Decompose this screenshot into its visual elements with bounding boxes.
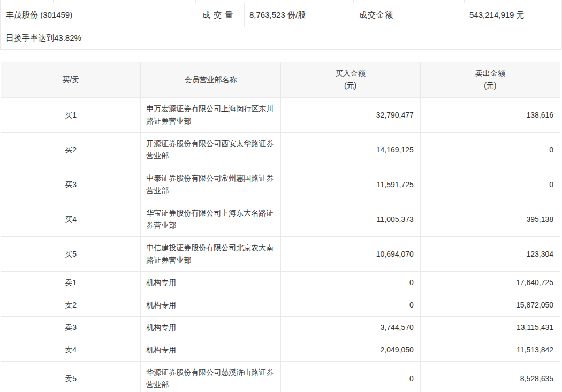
side-rank-cell: 买2: [1, 133, 141, 167]
buy-amount-cell: 0: [280, 272, 420, 294]
sell-amount-cell: 15,872,050: [420, 294, 560, 317]
buy-amount-cell: 14,169,125: [280, 133, 420, 167]
sliver-cell: [354, 0, 465, 3]
branch-name-cell: 机构专用: [141, 294, 280, 317]
sell-amount-cell: 138,616: [420, 98, 560, 133]
sell-amount-cell: 17,640,725: [420, 272, 560, 294]
table-row: 买1 申万宏源证券有限公司上海闵行区东川路证券营业部 32,790,477 13…: [1, 98, 560, 133]
sell-amount-cell: 0: [420, 133, 560, 167]
side-rank-cell: 买5: [1, 237, 141, 272]
table-row: 卖3 机构专用 3,744,570 13,115,431: [1, 317, 560, 339]
side-rank-cell: 卖4: [1, 339, 141, 362]
table-header-row: 买/卖 会员营业部名称 买入金额 (元) 卖出金额 (元): [1, 62, 560, 98]
buy-amount-cell: 10,694,070: [280, 237, 420, 272]
buy-amount-cell: 0: [280, 362, 420, 392]
sliver-cell: [196, 0, 247, 3]
buy-amount-cell: 11,005,373: [280, 202, 420, 237]
branch-name-cell: 中泰证券股份有限公司常州惠国路证券营业部: [141, 167, 280, 202]
volume-value: 8,763,523 份/股: [245, 3, 353, 27]
turnover-note: 日换手率达到43.82%: [0, 27, 562, 50]
col-header-side: 买/卖: [1, 62, 141, 98]
side-rank-cell: 卖1: [1, 272, 141, 294]
col-header-sell-amount: 卖出金额 (元): [420, 62, 560, 98]
branch-name-cell: 机构专用: [141, 272, 280, 294]
amount-value: 543,214,919 元: [465, 3, 561, 27]
buy-amount-cell: 11,591,725: [280, 167, 420, 202]
sliver-cell: [247, 0, 354, 3]
col-header-buy-amount: 买入金额 (元): [280, 62, 420, 98]
page: 丰茂股份 (301459) 成 交 量 8,763,523 份/股 成交金额 5…: [0, 0, 562, 392]
branch-name-cell: 机构专用: [141, 317, 280, 339]
sell-amount-cell: 11,513,842: [420, 339, 560, 362]
side-rank-cell: 卖3: [1, 317, 141, 339]
branch-name-cell: 华源证券股份有限公司慈溪浒山路证券营业部: [141, 362, 280, 392]
side-rank-cell: 买1: [1, 98, 141, 133]
sliver-cell: [54, 0, 196, 3]
side-rank-cell: 买3: [1, 167, 141, 202]
stock-info-bar: 丰茂股份 (301459) 成 交 量 8,763,523 份/股 成交金额 5…: [0, 3, 562, 27]
branch-name-cell: 中信建投证券股份有限公司北京农大南路证券营业部: [141, 237, 280, 272]
sell-amount-cell: 8,528,635: [420, 362, 560, 392]
sliver-cell: [465, 0, 561, 3]
sliver-cell: [1, 0, 54, 3]
table-row: 买3 中泰证券股份有限公司常州惠国路证券营业部 11,591,725 0: [1, 167, 560, 202]
sell-amount-cell: 395,138: [420, 202, 560, 237]
branch-name-cell: 华宝证券股份有限公司上海东大名路证券营业部: [141, 202, 280, 237]
table-row: 卖1 机构专用 0 17,640,725: [1, 272, 560, 294]
side-rank-cell: 卖5: [1, 362, 141, 392]
table-row: 买5 中信建投证券股份有限公司北京农大南路证券营业部 10,694,070 12…: [1, 237, 560, 272]
side-rank-cell: 卖2: [1, 294, 141, 317]
table-row: 卖5 华源证券股份有限公司慈溪浒山路证券营业部 0 8,528,635: [1, 362, 560, 392]
table-row: 卖2 机构专用 0 15,872,050: [1, 294, 560, 317]
col-header-branch: 会员营业部名称: [141, 62, 280, 98]
table-row: 买4 华宝证券股份有限公司上海东大名路证券营业部 11,005,373 395,…: [1, 202, 560, 237]
branch-name-cell: 机构专用: [141, 339, 280, 362]
volume-label: 成 交 量: [196, 3, 245, 27]
buy-amount-cell: 2,049,050: [280, 339, 420, 362]
sell-amount-cell: 13,115,431: [420, 317, 560, 339]
branch-name-cell: 开源证券股份有限公司西安太华路证券营业部: [141, 133, 280, 167]
side-rank-cell: 买4: [1, 202, 141, 237]
buy-amount-cell: 32,790,477: [280, 98, 420, 133]
sell-amount-cell: 0: [420, 167, 560, 202]
buy-amount-cell: 0: [280, 294, 420, 317]
sell-amount-cell: 123,304: [420, 237, 560, 272]
buy-amount-cell: 3,744,570: [280, 317, 420, 339]
stock-title: 丰茂股份 (301459): [1, 3, 196, 27]
broker-seats-table: 买/卖 会员营业部名称 买入金额 (元) 卖出金额 (元) 买1 申万宏源证券有…: [1, 62, 560, 392]
table-row: 卖4 机构专用 2,049,050 11,513,842: [1, 339, 560, 362]
amount-label: 成交金额: [353, 3, 465, 27]
table-row: 买2 开源证券股份有限公司西安太华路证券营业部 14,169,125 0: [1, 133, 560, 167]
branch-name-cell: 申万宏源证券有限公司上海闵行区东川路证券营业部: [141, 98, 280, 133]
table-body: 买1 申万宏源证券有限公司上海闵行区东川路证券营业部 32,790,477 13…: [1, 98, 560, 392]
